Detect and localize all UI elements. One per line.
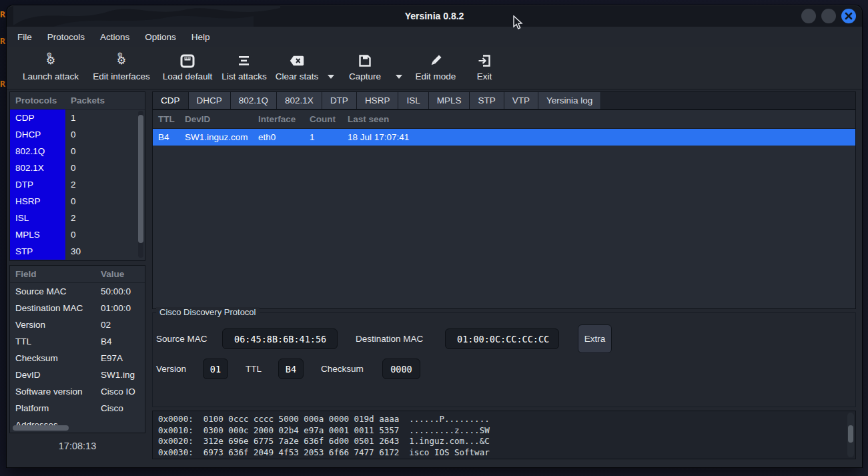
- hex-dump-line: 0x0020: 312e 696e 6775 7a2e 636f 6d00 05…: [153, 436, 855, 447]
- protocol-row[interactable]: 802.1Q 0: [10, 143, 145, 160]
- devid-column-header[interactable]: DevID: [185, 110, 210, 129]
- launch-attack-button[interactable]: ⚙⚙ Launch attack: [16, 47, 85, 89]
- save-icon: [358, 51, 372, 70]
- titlebar[interactable]: Yersinia 0.8.2: [7, 5, 862, 27]
- tab-hsrp[interactable]: HSRP: [357, 92, 399, 109]
- fields-panel: Field Value Source MAC 50:00:0 Destinati…: [9, 265, 145, 433]
- version-label: Version: [156, 359, 186, 379]
- field-column-header[interactable]: Field: [15, 266, 37, 283]
- hex-dump-line: 0x0010: 0300 000c 2000 02b4 e97a 0001 00…: [153, 425, 855, 437]
- field-row[interactable]: TTL B4: [10, 333, 145, 350]
- destination-mac-field[interactable]: [445, 328, 559, 349]
- menubar: File Protocols Actions Options Help: [7, 27, 862, 47]
- value-column-header[interactable]: Value: [101, 266, 124, 283]
- protocol-row[interactable]: CDP 1: [10, 109, 145, 126]
- close-icon: [845, 12, 853, 20]
- ttl-field[interactable]: [278, 359, 304, 379]
- tab-dtp[interactable]: DTP: [322, 92, 357, 109]
- window-title: Yersinia 0.8.2: [7, 5, 862, 27]
- field-row[interactable]: Destination MAC 01:00:0: [10, 300, 145, 316]
- exit-icon: [478, 51, 491, 70]
- field-row[interactable]: Software version Cisco IO: [10, 383, 145, 400]
- menu-options[interactable]: Options: [143, 31, 178, 43]
- tab-8021x[interactable]: 802.1X: [277, 92, 322, 109]
- protocol-tabs: CDP DHCP 802.1Q 802.1X DTP HSRP ISL MPLS…: [152, 91, 856, 109]
- tab-cdp[interactable]: CDP: [153, 92, 189, 109]
- maximize-button[interactable]: [821, 9, 836, 23]
- toolbar: ⚙⚙ Launch attack ⚙⚙ Edit interfaces Load…: [7, 47, 862, 89]
- hex-dump-line: 0x0030: 6973 636f 2049 4f53 2053 6f66 74…: [153, 447, 855, 459]
- load-default-button[interactable]: Load default: [157, 47, 218, 89]
- interface-column-header[interactable]: Interface: [258, 110, 296, 129]
- gears-icon: ⚙⚙: [117, 51, 126, 70]
- mouse-cursor: [511, 15, 523, 31]
- capture-dropdown[interactable]: [391, 47, 407, 89]
- capture-button[interactable]: Capture: [339, 47, 391, 89]
- field-row[interactable]: Platform Cisco: [10, 400, 145, 417]
- protocol-row[interactable]: HSRP 0: [10, 193, 145, 210]
- field-row[interactable]: Source MAC 50:00:0: [10, 283, 145, 300]
- clear-icon: [290, 51, 304, 70]
- field-row[interactable]: Version 02: [10, 316, 145, 333]
- menu-help[interactable]: Help: [189, 31, 212, 43]
- list-attacks-button[interactable]: List attacks: [218, 47, 271, 89]
- packets-column-header[interactable]: Packets: [71, 92, 105, 109]
- status-clock: 17:08:13: [9, 441, 145, 451]
- tab-yersinia-log[interactable]: Yersinia log: [538, 92, 601, 109]
- tab-isl[interactable]: ISL: [398, 92, 428, 109]
- tab-vtp[interactable]: VTP: [504, 92, 538, 109]
- menu-actions[interactable]: Actions: [98, 31, 131, 43]
- horizontal-scrollbar-thumb[interactable]: [13, 425, 69, 431]
- tab-stp[interactable]: STP: [470, 92, 504, 109]
- extra-button[interactable]: Extra: [578, 324, 612, 353]
- source-mac-field[interactable]: [222, 328, 338, 349]
- count-column-header[interactable]: Count: [310, 110, 336, 129]
- pencil-icon: [429, 51, 442, 70]
- checksum-label: Checksum: [321, 359, 364, 379]
- cdp-editor-frame: Cisco Discovery Protocol Source MAC Dest…: [152, 312, 856, 407]
- packets-table: TTL DevID Interface Count Last seen B4 S…: [152, 109, 856, 309]
- last-seen-column-header[interactable]: Last seen: [348, 110, 389, 129]
- menu-file[interactable]: File: [15, 31, 34, 43]
- checksum-field[interactable]: [382, 359, 420, 379]
- protocol-row[interactable]: DHCP 0: [10, 126, 145, 143]
- ttl-label: TTL: [246, 359, 262, 379]
- protocol-row[interactable]: DTP 2: [10, 176, 145, 193]
- hex-dump-line: 0x0000: 0100 0ccc cccc 5000 000a 0000 01…: [153, 414, 855, 425]
- tab-dhcp[interactable]: DHCP: [189, 92, 231, 109]
- edit-mode-button[interactable]: Edit mode: [407, 47, 464, 89]
- protocol-row[interactable]: STP 30: [10, 243, 145, 260]
- field-row[interactable]: Checksum E97A: [10, 350, 145, 367]
- scrollbar-thumb[interactable]: [848, 425, 853, 443]
- frame-title: Cisco Discovery Protocol: [156, 307, 260, 317]
- network-port-icon: [180, 51, 195, 70]
- clear-stats-button[interactable]: Clear stats: [271, 47, 323, 89]
- menu-protocols[interactable]: Protocols: [45, 31, 87, 43]
- destination-mac-label: Destination MAC: [356, 328, 423, 349]
- list-icon: [238, 51, 250, 70]
- protocols-column-header[interactable]: Protocols: [15, 92, 57, 109]
- ttl-column-header[interactable]: TTL: [158, 110, 175, 129]
- scrollbar-thumb[interactable]: [138, 115, 143, 243]
- field-row[interactable]: DevID SW1.ing: [10, 367, 145, 383]
- protocols-panel: Protocols Packets CDP 1 DHCP 0 802.1Q 0 …: [9, 91, 145, 261]
- edit-interfaces-button[interactable]: ⚙⚙ Edit interfaces: [85, 47, 157, 89]
- yersinia-window: Yersinia 0.8.2 File Protocols Actions Op…: [7, 5, 862, 467]
- clear-stats-dropdown[interactable]: [323, 47, 339, 89]
- chevron-down-icon: [328, 75, 334, 79]
- tab-mpls[interactable]: MPLS: [429, 92, 470, 109]
- gears-icon: ⚙⚙: [46, 51, 55, 70]
- chevron-down-icon: [396, 75, 402, 79]
- source-mac-label: Source MAC: [156, 328, 207, 349]
- protocol-row[interactable]: 802.1X 0: [10, 160, 145, 176]
- exit-button[interactable]: Exit: [464, 47, 504, 89]
- version-field[interactable]: [203, 359, 228, 379]
- hex-dump-panel[interactable]: 0x0000: 0100 0ccc cccc 5000 000a 0000 01…: [152, 411, 856, 459]
- protocol-row[interactable]: MPLS 0: [10, 226, 145, 243]
- tab-8021q[interactable]: 802.1Q: [231, 92, 277, 109]
- protocol-row[interactable]: ISL 2: [10, 210, 145, 226]
- close-button[interactable]: [841, 9, 856, 23]
- table-row-selected[interactable]: B4 SW1.inguz.com eth0 1 18 Jul 17:07:41: [153, 129, 855, 146]
- minimize-button[interactable]: [801, 9, 816, 23]
